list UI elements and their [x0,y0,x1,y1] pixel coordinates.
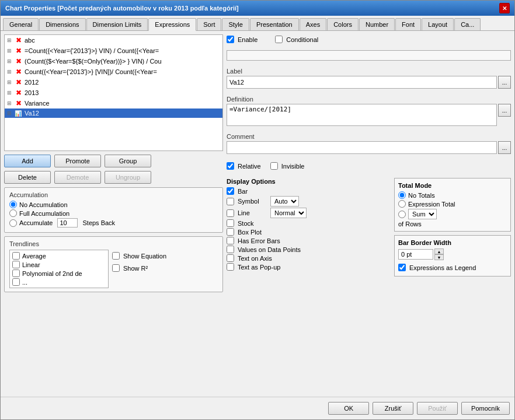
full-accumulation-radio[interactable] [9,209,17,217]
text-as-popup-checkbox[interactable] [227,263,234,271]
text-on-axis-checkbox[interactable] [227,254,234,262]
list-item[interactable]: ⊞ ✖ =Count({<Year={'2013'}>} VIN) / Coun… [5,46,222,56]
tab-style[interactable]: Style [222,18,249,30]
ungroup-button[interactable]: Ungroup [105,171,151,184]
main-content: ⊞ ✖ abc ⊞ ✖ =Count({<Year={'2013'}>} VIN… [1,31,514,397]
invisible-checkbox[interactable] [270,162,278,170]
line-checkbox[interactable] [227,209,234,217]
relative-checkbox[interactable] [227,162,234,170]
has-error-bars-checkbox[interactable] [227,237,234,244]
item-label: abc [25,37,35,44]
trendlines-item[interactable]: Average [11,251,107,260]
trendlines-item[interactable]: Polynomial of 2nd de [11,269,107,278]
cancel-button[interactable]: Zrušiť [373,402,413,415]
list-item[interactable]: ⊞ ✖ Variance [5,98,222,108]
box-plot-label: Box Plot [238,229,262,236]
help-button[interactable]: Pomocník [461,402,510,415]
accumulate-radio[interactable] [9,219,17,227]
add-button[interactable]: Add [4,155,51,167]
polynomial-checkbox[interactable] [12,270,20,277]
error-icon: ✖ [15,78,23,86]
apply-button[interactable]: Použiť [417,402,458,415]
display-options-title: Display Options [227,178,388,185]
tab-font[interactable]: Font [395,18,421,30]
conditional-label: Conditional [286,36,318,43]
trendlines-item[interactable]: ... [11,278,107,286]
text-axis-row: Text on Axis [227,254,388,262]
definition-input[interactable] [227,104,497,126]
bar-label: Bar [238,188,248,195]
group-button[interactable]: Group [105,155,151,167]
tab-ca[interactable]: Ca... [454,18,481,30]
expressions-list-container[interactable]: ⊞ ✖ abc ⊞ ✖ =Count({<Year={'2013'}>} VIN… [4,34,223,151]
sum-row: Sum [398,209,507,219]
label-input[interactable] [227,76,497,89]
close-button[interactable]: ✕ [499,3,510,13]
tab-number[interactable]: Number [359,18,395,30]
sum-dropdown[interactable]: Sum [408,209,437,219]
enable-checkbox[interactable] [227,36,234,43]
bar-border-input[interactable] [398,249,433,260]
show-r2-checkbox[interactable] [112,264,120,272]
tab-sort[interactable]: Sort [197,18,221,30]
average-checkbox[interactable] [12,252,20,260]
definition-btn[interactable]: ... [498,104,511,117]
list-item[interactable]: ⊞ ✖ 2012 [5,77,222,88]
symbol-checkbox[interactable] [227,198,234,205]
expressions-as-legend-checkbox[interactable] [398,264,406,271]
steps-input[interactable] [57,218,78,228]
tab-expressions[interactable]: Expressions [148,18,196,31]
box-plot-checkbox[interactable] [227,228,234,236]
values-row: Values on Data Points [227,246,388,253]
list-item[interactable]: ⊞ ✖ Count({<Year={'2013'}>} [VIN])/ Coun… [5,66,222,77]
list-item[interactable]: ⊞ ✖ (Count({$<Year=${$(=Only(Year))}> } … [5,56,222,66]
sum-radio[interactable] [398,211,406,218]
expand-icon: ⊞ [7,58,13,64]
conditional-checkbox[interactable] [275,36,283,43]
list-item[interactable]: ⊞ ✖ 2013 [5,88,222,98]
values-on-data-points-checkbox[interactable] [227,246,234,253]
no-totals-radio[interactable] [398,191,406,199]
list-item[interactable]: ⊞ ✖ abc [5,35,222,46]
label-input-row: ... [227,76,511,89]
tab-colors[interactable]: Colors [327,18,359,30]
comment-btn[interactable]: ... [498,141,511,154]
tab-axes[interactable]: Axes [300,18,326,30]
total-mode-title: Total Mode [398,182,507,189]
more-checkbox[interactable] [12,278,20,286]
pt-spinner: ▲ ▼ [398,249,507,260]
spin-up-button[interactable]: ▲ [434,249,444,254]
tab-layout[interactable]: Layout [422,18,454,30]
stock-checkbox[interactable] [227,219,234,227]
tab-dimension-limits[interactable]: Dimension Limits [86,18,148,30]
label-btn[interactable]: ... [498,76,511,89]
show-equation-checkbox[interactable] [112,252,120,260]
trendlines-item[interactable]: Linear [11,260,107,269]
line-dropdown[interactable]: Normal [270,208,307,218]
demote-button[interactable]: Demote [54,171,101,184]
tab-general[interactable]: General [3,18,39,30]
display-options-section: Display Options Bar Symbol Auto [227,178,388,276]
tab-dimensions[interactable]: Dimensions [39,18,85,30]
definition-field-title: Definition [227,96,511,103]
conditional-input[interactable] [227,50,511,61]
promote-button[interactable]: Promote [54,155,101,167]
linear-checkbox[interactable] [12,261,20,268]
tab-presentation[interactable]: Presentation [250,18,299,30]
delete-button[interactable]: Delete [4,171,51,184]
footer-buttons: OK Zrušiť Použiť Pomocník [1,397,514,419]
expression-total-radio[interactable] [398,200,406,208]
trendlines-title: Trendlines [9,240,218,247]
comment-input[interactable] [227,141,497,154]
comment-field-title: Comment [227,133,511,140]
enable-conditional-row: Enable Conditional [227,34,511,44]
ok-button[interactable]: OK [328,402,369,415]
symbol-dropdown[interactable]: Auto [270,196,299,206]
spin-down-button[interactable]: ▼ [434,254,444,260]
bar-checkbox[interactable] [227,187,234,195]
no-accumulation-radio[interactable] [9,201,17,208]
spin-buttons: ▲ ▼ [434,249,444,260]
list-item-selected[interactable]: ⊞ 📊 Va12 [5,108,222,118]
bar-row: Bar [227,187,388,195]
show-r2-label: Show R² [123,265,148,272]
